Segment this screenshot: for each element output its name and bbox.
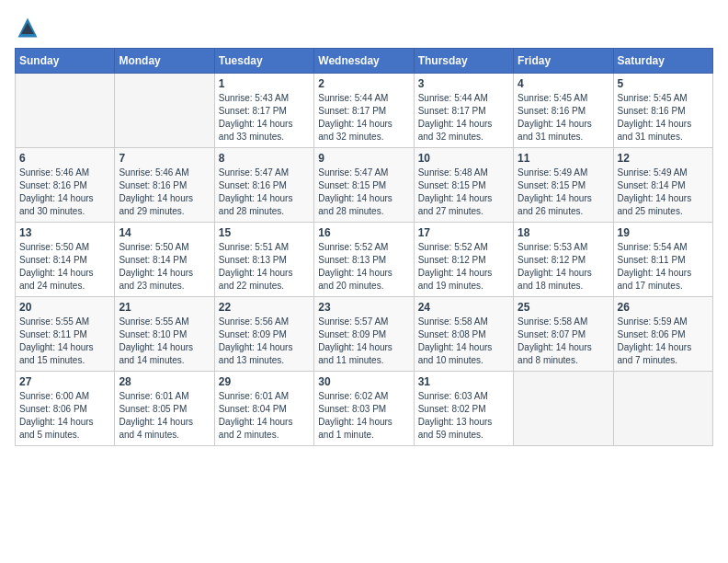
calendar-cell: 29 Sunrise: 6:01 AMSunset: 8:04 PMDaylig… [214,372,313,446]
calendar-cell [613,372,712,446]
weekday-header: Thursday [414,49,513,74]
calendar-cell: 7 Sunrise: 5:46 AMSunset: 8:16 PMDayligh… [115,148,214,223]
calendar-cell: 13 Sunrise: 5:50 AMSunset: 8:14 PMDaylig… [16,223,115,297]
day-info: Sunrise: 5:47 AMSunset: 8:16 PMDaylight:… [219,167,310,218]
day-number: 3 [418,77,509,90]
day-number: 21 [119,301,210,314]
day-info: Sunrise: 5:59 AMSunset: 8:06 PMDaylight:… [618,316,709,367]
weekday-header: Monday [115,49,214,74]
calendar-week-row: 20 Sunrise: 5:55 AMSunset: 8:11 PMDaylig… [16,297,713,372]
calendar-cell: 21 Sunrise: 5:55 AMSunset: 8:10 PMDaylig… [115,297,214,372]
day-info: Sunrise: 5:54 AMSunset: 8:11 PMDaylight:… [618,241,709,293]
calendar-cell: 16 Sunrise: 5:52 AMSunset: 8:13 PMDaylig… [314,223,414,297]
calendar-cell: 12 Sunrise: 5:49 AMSunset: 8:14 PMDaylig… [613,148,712,223]
day-number: 8 [219,152,310,165]
day-info: Sunrise: 5:49 AMSunset: 8:15 PMDaylight:… [518,167,609,218]
day-number: 7 [119,152,210,165]
calendar-cell: 25 Sunrise: 5:58 AMSunset: 8:07 PMDaylig… [514,297,613,372]
day-number: 16 [318,226,409,239]
day-number: 25 [518,301,609,314]
day-info: Sunrise: 6:01 AMSunset: 8:05 PMDaylight:… [119,390,210,442]
day-info: Sunrise: 5:46 AMSunset: 8:16 PMDaylight:… [119,167,210,218]
day-number: 1 [219,77,310,90]
calendar-cell: 22 Sunrise: 5:56 AMSunset: 8:09 PMDaylig… [214,297,313,372]
day-number: 27 [19,375,110,388]
day-number: 13 [19,226,110,239]
weekday-header: Wednesday [314,49,414,74]
calendar-cell: 4 Sunrise: 5:45 AMSunset: 8:16 PMDayligh… [514,74,613,148]
calendar-cell: 31 Sunrise: 6:03 AMSunset: 8:02 PMDaylig… [414,372,513,446]
day-number: 12 [618,152,709,165]
day-info: Sunrise: 5:46 AMSunset: 8:16 PMDaylight:… [19,167,110,218]
day-info: Sunrise: 6:03 AMSunset: 8:02 PMDaylight:… [418,390,509,442]
day-info: Sunrise: 5:45 AMSunset: 8:16 PMDaylight:… [518,92,609,144]
day-number: 20 [19,301,110,314]
day-info: Sunrise: 5:55 AMSunset: 8:11 PMDaylight:… [19,316,110,367]
day-number: 15 [219,226,310,239]
day-number: 10 [418,152,509,165]
day-info: Sunrise: 5:45 AMSunset: 8:16 PMDaylight:… [618,92,709,144]
calendar-week-row: 1 Sunrise: 5:43 AMSunset: 8:17 PMDayligh… [16,74,713,148]
calendar-cell: 24 Sunrise: 5:58 AMSunset: 8:08 PMDaylig… [414,297,513,372]
day-number: 2 [318,77,409,90]
calendar-cell: 6 Sunrise: 5:46 AMSunset: 8:16 PMDayligh… [16,148,115,223]
weekday-header: Sunday [16,49,115,74]
day-number: 6 [19,152,110,165]
calendar-cell: 26 Sunrise: 5:59 AMSunset: 8:06 PMDaylig… [613,297,712,372]
calendar-cell: 17 Sunrise: 5:52 AMSunset: 8:12 PMDaylig… [414,223,513,297]
logo [15,15,44,40]
weekday-header-row: SundayMondayTuesdayWednesdayThursdayFrid… [16,49,713,74]
calendar-cell: 2 Sunrise: 5:44 AMSunset: 8:17 PMDayligh… [314,74,414,148]
day-info: Sunrise: 6:00 AMSunset: 8:06 PMDaylight:… [19,390,110,442]
day-number: 22 [219,301,310,314]
day-info: Sunrise: 5:52 AMSunset: 8:13 PMDaylight:… [318,241,409,293]
day-number: 24 [418,301,509,314]
calendar-week-row: 6 Sunrise: 5:46 AMSunset: 8:16 PMDayligh… [16,148,713,223]
day-info: Sunrise: 5:48 AMSunset: 8:15 PMDaylight:… [418,167,509,218]
day-number: 18 [518,226,609,239]
calendar-cell: 9 Sunrise: 5:47 AMSunset: 8:15 PMDayligh… [314,148,414,223]
day-number: 14 [119,226,210,239]
day-info: Sunrise: 5:57 AMSunset: 8:09 PMDaylight:… [318,316,409,367]
day-info: Sunrise: 5:50 AMSunset: 8:14 PMDaylight:… [19,241,110,293]
day-info: Sunrise: 5:43 AMSunset: 8:17 PMDaylight:… [219,92,310,144]
calendar-cell: 14 Sunrise: 5:50 AMSunset: 8:14 PMDaylig… [115,223,214,297]
calendar-week-row: 13 Sunrise: 5:50 AMSunset: 8:14 PMDaylig… [16,223,713,297]
day-info: Sunrise: 5:58 AMSunset: 8:08 PMDaylight:… [418,316,509,367]
calendar-cell: 11 Sunrise: 5:49 AMSunset: 8:15 PMDaylig… [514,148,613,223]
day-number: 17 [418,226,509,239]
day-number: 28 [119,375,210,388]
day-number: 11 [518,152,609,165]
day-number: 30 [318,375,409,388]
day-info: Sunrise: 5:44 AMSunset: 8:17 PMDaylight:… [418,92,509,144]
calendar-cell: 8 Sunrise: 5:47 AMSunset: 8:16 PMDayligh… [214,148,313,223]
calendar-cell [514,372,613,446]
calendar-cell: 18 Sunrise: 5:53 AMSunset: 8:12 PMDaylig… [514,223,613,297]
calendar-cell: 5 Sunrise: 5:45 AMSunset: 8:16 PMDayligh… [613,74,712,148]
day-info: Sunrise: 5:58 AMSunset: 8:07 PMDaylight:… [518,316,609,367]
logo-icon [15,15,40,40]
calendar-cell: 15 Sunrise: 5:51 AMSunset: 8:13 PMDaylig… [214,223,313,297]
calendar-cell: 19 Sunrise: 5:54 AMSunset: 8:11 PMDaylig… [613,223,712,297]
day-info: Sunrise: 6:02 AMSunset: 8:03 PMDaylight:… [318,390,409,442]
day-info: Sunrise: 5:56 AMSunset: 8:09 PMDaylight:… [219,316,310,367]
day-number: 23 [318,301,409,314]
calendar-week-row: 27 Sunrise: 6:00 AMSunset: 8:06 PMDaylig… [16,372,713,446]
calendar-cell: 27 Sunrise: 6:00 AMSunset: 8:06 PMDaylig… [16,372,115,446]
day-number: 9 [318,152,409,165]
day-number: 5 [618,77,709,90]
day-info: Sunrise: 5:55 AMSunset: 8:10 PMDaylight:… [119,316,210,367]
day-info: Sunrise: 5:47 AMSunset: 8:15 PMDaylight:… [318,167,409,218]
calendar-cell: 3 Sunrise: 5:44 AMSunset: 8:17 PMDayligh… [414,74,513,148]
weekday-header: Tuesday [214,49,313,74]
calendar-cell: 1 Sunrise: 5:43 AMSunset: 8:17 PMDayligh… [214,74,313,148]
weekday-header: Saturday [613,49,712,74]
weekday-header: Friday [514,49,613,74]
calendar-table: SundayMondayTuesdayWednesdayThursdayFrid… [15,48,713,446]
calendar-cell: 28 Sunrise: 6:01 AMSunset: 8:05 PMDaylig… [115,372,214,446]
day-info: Sunrise: 5:52 AMSunset: 8:12 PMDaylight:… [418,241,509,293]
day-info: Sunrise: 5:51 AMSunset: 8:13 PMDaylight:… [219,241,310,293]
calendar-cell: 30 Sunrise: 6:02 AMSunset: 8:03 PMDaylig… [314,372,414,446]
day-info: Sunrise: 5:53 AMSunset: 8:12 PMDaylight:… [518,241,609,293]
day-info: Sunrise: 5:50 AMSunset: 8:14 PMDaylight:… [119,241,210,293]
